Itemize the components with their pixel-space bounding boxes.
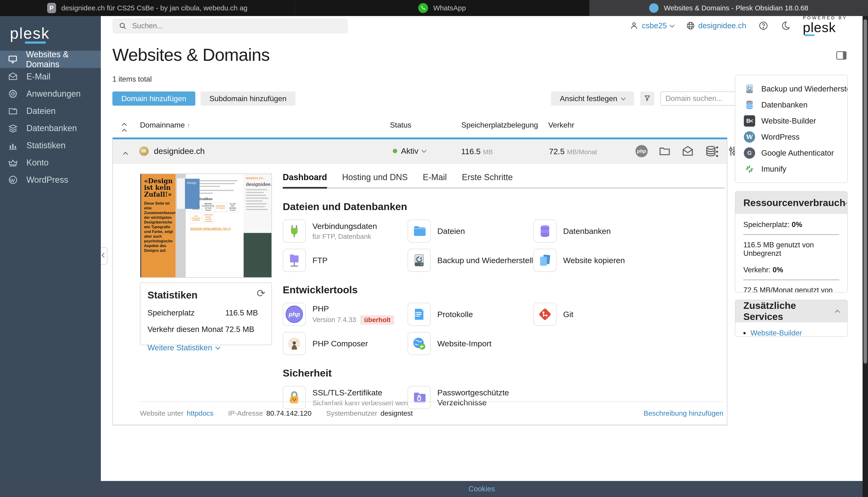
refresh-icon[interactable]: ⟳: [256, 288, 265, 298]
tile-php-composer[interactable]: PHP Composer: [283, 332, 408, 355]
sysuser-value: designtest: [381, 409, 413, 417]
browser-tab-whatsapp[interactable]: WhatsApp: [295, 0, 589, 16]
tab-erste-schritte[interactable]: Erste Schritte: [462, 172, 513, 187]
user-menu[interactable]: csbe25: [630, 21, 674, 30]
scrollbar-track[interactable]: [863, 16, 868, 497]
tile-datenbanken[interactable]: Datenbanken: [533, 219, 725, 243]
ftp-folder-icon: [283, 249, 306, 272]
tile-php[interactable]: php PHP Version 7.4.33 überholt: [283, 303, 408, 326]
traffic-cell: 72.5MB/Monat: [549, 147, 597, 156]
sidebar-item-wordpress[interactable]: WordPress: [0, 171, 101, 188]
tab-dashboard[interactable]: Dashboard: [283, 172, 327, 187]
column-header-domainname[interactable]: Domainname↑: [140, 121, 190, 129]
sidebar: plesk Websites & Domains E-Mail Anwendun…: [0, 16, 101, 481]
collapse-all-button[interactable]: [122, 122, 126, 133]
thumb-footer-block: [244, 233, 271, 277]
file-manager-icon[interactable]: [659, 145, 671, 157]
help-button[interactable]: [759, 21, 768, 31]
scrollbar-thumb[interactable]: [864, 19, 867, 364]
thumb-headline: «Design ist kein Zufall!»: [144, 178, 173, 198]
global-search-input[interactable]: [132, 22, 342, 30]
globe-import-icon: [408, 332, 431, 355]
more-actions-kebab[interactable]: [715, 145, 719, 158]
sidebar-item-websites-domains[interactable]: Websites & Domains: [0, 51, 101, 68]
mail-icon[interactable]: [682, 145, 694, 157]
httpdocs-link[interactable]: httpdocs: [187, 409, 214, 417]
sidebar-item-label: Konto: [26, 158, 48, 168]
sidebar-item-datenbanken[interactable]: Datenbanken: [0, 119, 101, 137]
tool-website-builder[interactable]: B< Website-Builder: [735, 113, 847, 129]
column-header-status[interactable]: Status: [390, 121, 411, 129]
tool-label: Google Authenticator: [761, 148, 834, 157]
set-view-button[interactable]: Ansicht festlegen: [551, 91, 634, 105]
tile-label: Website-Import: [437, 339, 491, 348]
layers-icon: [8, 123, 18, 134]
plesk-sphere-icon: [649, 3, 659, 13]
tile-website-import[interactable]: Website-Import: [408, 332, 533, 355]
tile-label: SSL/TLS-Zertifikate: [312, 388, 418, 397]
tile-verbindungsdaten[interactable]: Verbindungsdaten für FTP, Datenbank: [283, 219, 408, 243]
panel-layout-icon: [836, 51, 847, 60]
services-title: Zusätzliche Services: [744, 300, 836, 322]
user-name: csbe25: [642, 21, 667, 30]
tool-google-authenticator[interactable]: G Google Authenticator: [735, 145, 847, 161]
sidebar-item-dateien[interactable]: Dateien: [0, 102, 101, 119]
stat-row-disk: Speicherplatz 116.5 MB: [147, 308, 264, 317]
domain-row[interactable]: DE designidee.ch Aktiv 116.5MB 72.5MB/Mo…: [113, 139, 727, 164]
tab-hosting-dns[interactable]: Hosting und DNS: [342, 172, 408, 187]
sidebar-item-anwendungen[interactable]: Anwendungen: [0, 85, 101, 102]
tile-protokolle[interactable]: Protokolle: [408, 303, 533, 326]
tool-imunify[interactable]: Imunify: [735, 161, 847, 177]
collapse-row-chevron[interactable]: [123, 152, 128, 157]
service-website-builder[interactable]: Website-Builder: [744, 329, 839, 337]
add-description-link[interactable]: Beschreibung hinzufügen: [644, 409, 723, 417]
bottom-bar: Cookies: [0, 481, 868, 497]
status-badge[interactable]: Aktiv: [393, 146, 426, 156]
cookies-link[interactable]: Cookies: [469, 485, 495, 493]
tile-ftp[interactable]: FTP: [283, 249, 408, 272]
disk-usage-cell: 116.5MB: [461, 147, 493, 156]
wordpress-icon: [8, 174, 18, 185]
column-header-verkehr[interactable]: Verkehr: [548, 121, 574, 129]
tile-dateien[interactable]: Dateien: [408, 219, 533, 243]
right-panel-toggle[interactable]: [836, 51, 847, 60]
domain-name[interactable]: designidee.ch: [154, 146, 205, 156]
more-statistics-link[interactable]: Weitere Statistiken: [147, 343, 264, 352]
add-subdomain-button[interactable]: Subdomain hinzufügen: [201, 91, 295, 105]
global-search[interactable]: [113, 18, 348, 33]
sidebar-collapse-handle[interactable]: [101, 247, 107, 265]
statistics-card: Statistiken ⟳ Speicherplatz 116.5 MB Ver…: [140, 282, 272, 345]
disk-usage-line: Speicherplatz: 0%: [744, 221, 839, 229]
sidebar-item-konto[interactable]: Konto: [0, 154, 101, 171]
website-preview-thumbnail[interactable]: «Design ist kein Zufall!» Diese Seite is…: [140, 173, 272, 278]
tab-email[interactable]: E-Mail: [423, 172, 447, 187]
person-icon: [630, 21, 638, 30]
php-settings-icon[interactable]: php: [635, 145, 648, 157]
tile-label: PHP Composer: [312, 339, 368, 348]
tool-backup[interactable]: Backup und Wiederherstellen: [735, 81, 847, 97]
thumb-tile: WENIGER IST MEHR: [215, 202, 226, 212]
folder-icon: [8, 105, 18, 116]
resources-title: Ressourcenverbrauch: [744, 197, 845, 209]
plesk-logo[interactable]: plesk: [0, 16, 101, 51]
stat-row-traffic: Verkehr diesen Monat 72.5 MB: [147, 325, 264, 334]
sidebar-item-email[interactable]: E-Mail: [0, 68, 101, 85]
domain-search-input[interactable]: [665, 94, 737, 103]
tile-website-kopieren[interactable]: Website kopieren: [533, 249, 725, 272]
list-tools: Ansicht festlegen: [551, 91, 751, 105]
tool-datenbanken[interactable]: Datenbanken: [735, 97, 847, 113]
filter-button[interactable]: [640, 91, 654, 105]
sidebar-item-label: WordPress: [26, 175, 68, 185]
browser-tab-designidee[interactable]: P designidee.ch für CS25 CsBe - by jan c…: [0, 0, 295, 16]
tool-wordpress[interactable]: W WordPress: [735, 129, 847, 145]
chevron-down-icon: [621, 95, 626, 100]
add-domain-button[interactable]: Domain hinzufügen: [113, 91, 195, 105]
browser-tab-plesk-active[interactable]: Websites & Domains - Plesk Obsidian 18.0…: [589, 0, 868, 16]
resources-body: Speicherplatz: 0% 116.5 MB genutzt von U…: [735, 214, 847, 293]
dark-mode-toggle[interactable]: [781, 21, 791, 31]
tile-backup[interactable]: Backup und Wiederherstellen: [408, 249, 533, 272]
tile-git[interactable]: Git: [533, 303, 725, 326]
column-header-speicherplatz[interactable]: Speicherplatzbelegung: [461, 121, 538, 129]
open-site-link[interactable]: designidee.ch: [686, 21, 747, 30]
sidebar-item-statistiken[interactable]: Statistiken: [0, 137, 101, 154]
